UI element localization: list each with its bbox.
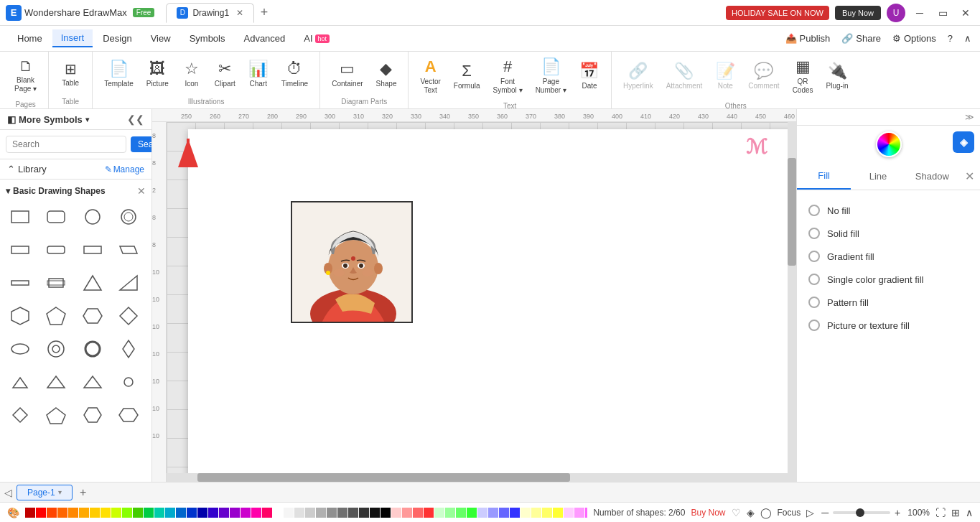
color-swatch[interactable]: [391, 508, 401, 518]
shape-small-rect[interactable]: [6, 236, 34, 264]
color-swatch[interactable]: [251, 508, 261, 518]
search-button[interactable]: Search: [131, 136, 152, 152]
menu-options[interactable]: ⚙ Options: [892, 33, 936, 44]
shape-tool[interactable]: ◆ Shape: [370, 57, 403, 93]
tab-drawing1[interactable]: D Drawing1 ✕: [166, 3, 254, 23]
up-chevron-icon[interactable]: ∧: [966, 507, 973, 518]
solid-fill-option[interactable]: Solid fill: [806, 222, 971, 245]
menu-design[interactable]: Design: [94, 30, 140, 47]
single-color-gradient-option[interactable]: Single color gradient fill: [806, 268, 971, 291]
play-icon[interactable]: ▷: [806, 507, 814, 518]
page-left-icon[interactable]: ◁: [0, 487, 17, 498]
color-swatch[interactable]: [574, 508, 584, 518]
color-swatch[interactable]: [68, 508, 78, 518]
maximize-button[interactable]: ▭: [934, 4, 951, 22]
buy-now-status-link[interactable]: Buy Now: [691, 508, 725, 518]
vector-text-tool[interactable]: A VectorText: [414, 55, 446, 99]
page-number-tool[interactable]: 📄 PageNumber ▾: [530, 55, 572, 99]
color-swatch[interactable]: [219, 508, 229, 518]
shape-small-diamond[interactable]: [6, 401, 34, 429]
color-swatch[interactable]: [585, 508, 587, 518]
add-page-button[interactable]: +: [75, 485, 91, 500]
color-swatch[interactable]: [133, 508, 143, 518]
tab-close-icon[interactable]: ✕: [236, 8, 243, 18]
shape-circle[interactable]: [78, 202, 107, 231]
portrait-frame[interactable]: [291, 201, 413, 323]
color-swatch[interactable]: [456, 508, 466, 518]
right-panel-close-icon[interactable]: ✕: [959, 164, 980, 189]
fill-tab[interactable]: Fill: [797, 163, 851, 190]
shape-hexagon-small[interactable]: [78, 401, 107, 429]
shape-stadium[interactable]: [114, 368, 143, 396]
right-panel-expand-icon[interactable]: ≫: [965, 112, 974, 122]
menu-publish[interactable]: 📤 Publish: [785, 33, 831, 44]
layout-icon[interactable]: ⊞: [951, 507, 960, 518]
shape-thick-circle[interactable]: [78, 335, 107, 363]
color-swatch[interactable]: [553, 508, 563, 518]
color-swatch[interactable]: [370, 508, 380, 518]
color-swatch[interactable]: [25, 508, 35, 518]
color-swatch[interactable]: [284, 508, 294, 518]
zoom-slider[interactable]: [833, 511, 890, 514]
holiday-sale-button[interactable]: HOLIDAY SALE ON NOW: [726, 6, 829, 20]
fill-color-icon[interactable]: ◈: [747, 507, 755, 518]
shape-small-rounded-rect[interactable]: [42, 236, 70, 264]
color-swatch[interactable]: [531, 508, 541, 518]
color-swatch[interactable]: [381, 508, 391, 518]
zoom-out-button[interactable]: ─: [820, 505, 830, 520]
format-paint-icon[interactable]: ◈: [953, 131, 974, 153]
color-swatch[interactable]: [305, 508, 315, 518]
shape-hexagon[interactable]: [78, 302, 107, 330]
manage-button[interactable]: ✎ Manage: [105, 164, 144, 174]
color-swatch[interactable]: [262, 508, 272, 518]
color-swatch[interactable]: [111, 508, 121, 518]
picture-texture-fill-option[interactable]: Picture or texture fill: [806, 314, 971, 337]
shape-pentagon[interactable]: [42, 401, 70, 429]
qr-codes-tool[interactable]: ▦ QRCodes: [787, 55, 819, 99]
attachment-tool[interactable]: 📎 Attachment: [661, 59, 709, 95]
color-swatch[interactable]: [424, 508, 434, 518]
template-tool[interactable]: 📄 Template: [98, 57, 139, 93]
section-expand-icon[interactable]: ▾: [6, 186, 10, 196]
shape-rectangle[interactable]: [6, 202, 34, 231]
shape-circle-outline[interactable]: [114, 202, 143, 231]
menu-ai[interactable]: AI hot: [295, 30, 338, 47]
picture-texture-fill-radio[interactable]: [808, 320, 820, 331]
shape-pentagon-round[interactable]: [42, 302, 70, 330]
gradient-fill-radio[interactable]: [808, 251, 820, 262]
solid-fill-radio[interactable]: [808, 228, 820, 239]
menu-symbols[interactable]: Symbols: [181, 30, 234, 47]
menu-advanced[interactable]: Advanced: [235, 30, 294, 47]
shape-inset-rect[interactable]: [42, 269, 70, 297]
blank-page-tool[interactable]: 🗋 BlankPage ▾: [9, 55, 42, 98]
menu-home[interactable]: Home: [9, 30, 51, 47]
color-swatch[interactable]: [154, 508, 164, 518]
shape-ring[interactable]: [42, 335, 70, 363]
pattern-fill-radio[interactable]: [808, 297, 820, 308]
color-swatch[interactable]: [564, 508, 574, 518]
color-swatch[interactable]: [36, 508, 46, 518]
close-button[interactable]: ✕: [957, 4, 974, 22]
color-swatch[interactable]: [208, 508, 218, 518]
drawing-canvas[interactable]: ℳ: [167, 122, 796, 482]
fullscreen-icon[interactable]: ⛶: [935, 507, 946, 518]
page-tab-1-dropdown[interactable]: ▾: [58, 488, 62, 496]
color-swatch[interactable]: [488, 508, 498, 518]
container-tool[interactable]: ▭ Container: [326, 57, 368, 93]
picture-tool[interactable]: 🖼 Picture: [141, 57, 174, 93]
search-input[interactable]: [6, 136, 126, 153]
color-swatch[interactable]: [413, 508, 423, 518]
color-swatch[interactable]: [122, 508, 132, 518]
color-swatch[interactable]: [316, 508, 326, 518]
timeline-tool[interactable]: ⏱ Timeline: [276, 57, 314, 93]
note-tool[interactable]: 📝 Note: [709, 59, 741, 95]
color-swatch[interactable]: [90, 508, 100, 518]
zoom-thumb[interactable]: [856, 508, 864, 517]
color-swatch[interactable]: [542, 508, 552, 518]
pattern-fill-option[interactable]: Pattern fill: [806, 291, 971, 314]
color-swatch[interactable]: [57, 508, 67, 518]
single-color-gradient-radio[interactable]: [808, 274, 820, 285]
horizontal-scroll-thumb[interactable]: [197, 473, 570, 482]
color-swatch[interactable]: [434, 508, 444, 518]
color-swatch[interactable]: [165, 508, 175, 518]
